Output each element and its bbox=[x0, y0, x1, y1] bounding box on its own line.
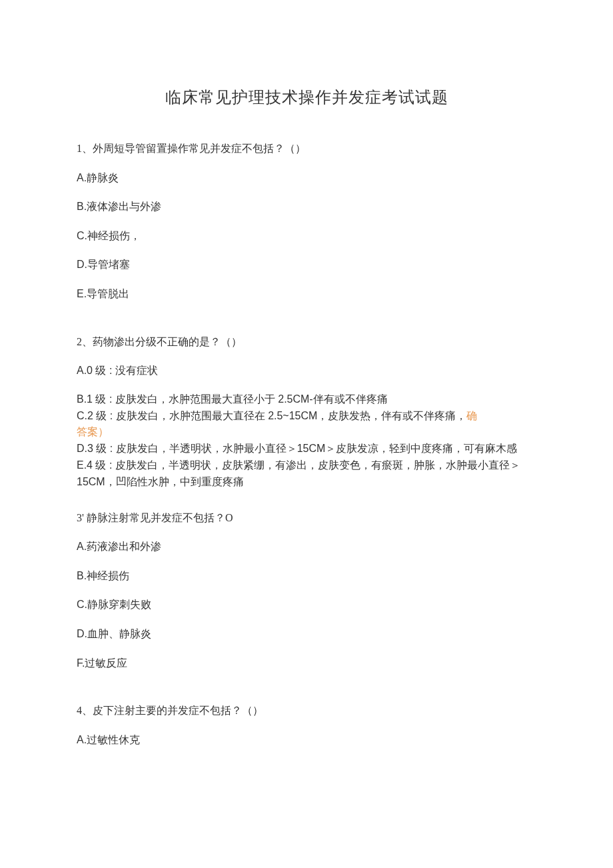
question-1-option-c: C.神经损伤， bbox=[77, 227, 536, 245]
question-2-option-c: C.2 级 : 皮肤发白，水肿范围最大直径在 2.5~15CM，皮肤发热，伴有或… bbox=[77, 408, 536, 425]
document-page: 临床常见护理技术操作并发症考试试题 1、外周短导管留置操作常见并发症不包括？（）… bbox=[0, 0, 613, 800]
question-2-option-e: E.4 级 : 皮肤发白，半透明状，皮肤紧绷，有渗出，皮肤变色，有瘀斑，肿胀，水… bbox=[77, 457, 536, 491]
question-1-option-d: D.导管堵塞 bbox=[77, 256, 536, 273]
document-title: 临床常见护理技术操作并发症考试试题 bbox=[77, 87, 536, 108]
question-1-option-e: E.导管脱出 bbox=[77, 285, 536, 303]
question-2-answer-marker-2: 答案） bbox=[77, 424, 536, 441]
question-2-stem: 2、药物渗出分级不正确的是？（） bbox=[77, 333, 536, 351]
question-1-stem: 1、外周短导管留置操作常见并发症不包括？（） bbox=[77, 140, 536, 157]
question-4-stem: 4、皮下注射主要的并发症不包括？（） bbox=[77, 702, 536, 719]
question-2-option-b: B.1 级 : 皮肤发白，水肿范围最大直径小于 2.5CM-伴有或不伴疼痛 bbox=[77, 391, 536, 408]
question-1-option-a: A.静脉炎 bbox=[77, 169, 536, 187]
question-3-option-f: F.过敏反应 bbox=[77, 655, 536, 672]
question-3-option-d: D.血肿、静脉炎 bbox=[77, 625, 536, 643]
question-3-option-b: B.神经损伤 bbox=[77, 567, 536, 585]
question-3-option-c: C.静脉穿刺失败 bbox=[77, 596, 536, 613]
question-4-option-a: A.过敏性休克 bbox=[77, 731, 536, 749]
question-2-option-c-text: C.2 级 : 皮肤发白，水肿范围最大直径在 2.5~15CM，皮肤发热，伴有或… bbox=[77, 410, 466, 421]
question-2-answer-marker-1: 确 bbox=[466, 410, 477, 421]
question-3-option-a: A.药液渗出和外渗 bbox=[77, 538, 536, 555]
question-2-option-a: A.0 级 : 没有症状 bbox=[77, 362, 536, 379]
question-3-stem: 3' 静脉注射常见并发症不包括？O bbox=[77, 509, 536, 527]
question-1-option-b: B.液体渗出与外渗 bbox=[77, 198, 536, 215]
question-2-option-d: D.3 级 : 皮肤发白，半透明状，水肿最小直径＞15CM＞皮肤发凉，轻到中度疼… bbox=[77, 441, 536, 457]
